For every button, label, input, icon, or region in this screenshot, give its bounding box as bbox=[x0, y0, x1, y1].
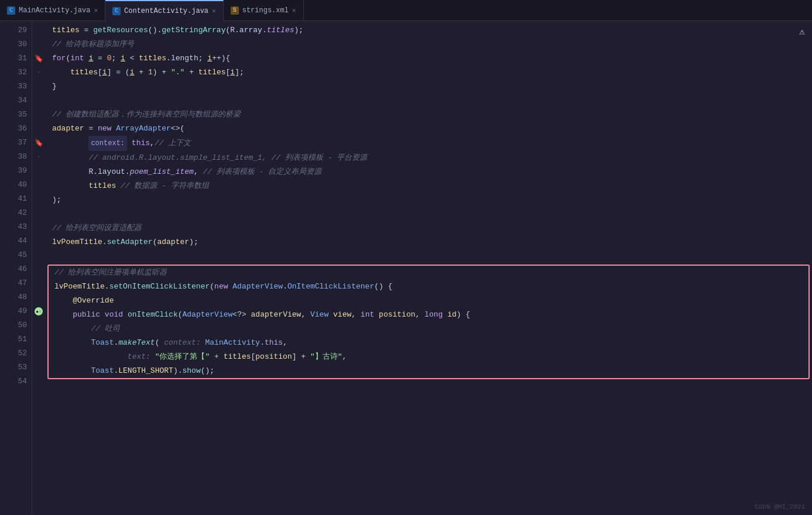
tab-strings-close[interactable]: ✕ bbox=[292, 6, 296, 14]
java-icon: C bbox=[7, 6, 15, 15]
tab-content-close[interactable]: ✕ bbox=[212, 7, 216, 15]
bookmark-icon-38: ⬝ bbox=[35, 153, 43, 161]
code-line-34 bbox=[45, 94, 812, 108]
gutter-51 bbox=[32, 332, 45, 346]
gutter-54 bbox=[32, 375, 45, 389]
code-line-32: titles[i] = (i + 1) + "." + titles[i]; bbox=[45, 66, 812, 80]
gutter-52 bbox=[32, 346, 45, 360]
gutter-30 bbox=[32, 37, 45, 52]
tab-main[interactable]: C MainActivity.java ✕ bbox=[0, 0, 105, 21]
code-line-30: // 给诗歌标题添加序号 bbox=[45, 37, 812, 52]
code-line-42 bbox=[45, 207, 812, 221]
gutter-49: ●↑ bbox=[32, 304, 45, 318]
gutter-42 bbox=[32, 206, 45, 220]
gutter-38: ⬝ bbox=[32, 150, 45, 164]
bookmark-icon-37: 🔖 bbox=[35, 139, 43, 147]
gutter-35 bbox=[32, 108, 45, 122]
code-line-43: // 给列表空间设置适配器 bbox=[45, 221, 812, 235]
gutter: 🔖 ⬝ 🔖 ⬝ ●↑ bbox=[32, 21, 45, 515]
tab-bar: C MainActivity.java ✕ C ContentActivity.… bbox=[0, 0, 812, 21]
gutter-36 bbox=[32, 122, 45, 136]
highlight-region: // 给列表空间注册项单机监听器 lvPoemTitle.setOnItemCl… bbox=[47, 265, 810, 379]
code-line-54 bbox=[45, 380, 812, 394]
xml-icon: S bbox=[231, 6, 239, 15]
code-line-39: R.layout.poem_list_item, // 列表项模板 - 自定义布… bbox=[45, 165, 812, 179]
code-line-38: // android.R.layout.simple_list_item_1, … bbox=[45, 151, 812, 165]
code-line-41: ); bbox=[45, 193, 812, 207]
java-icon-2: C bbox=[112, 7, 121, 15]
code-line-40: titles // 数据源 - 字符串数组 bbox=[45, 179, 812, 193]
code-line-53: Toast.LENGTH_SHORT).show(); bbox=[49, 364, 808, 378]
code-line-52: text: "你选择了第【" + titles[position] + "】古诗… bbox=[49, 350, 808, 364]
gutter-34 bbox=[32, 94, 45, 108]
gutter-46 bbox=[32, 262, 45, 276]
code-line-29: titles = getResources().getStringArray(R… bbox=[45, 23, 812, 37]
code-line-51: Toast.makeText( context: MainActivity.th… bbox=[49, 336, 808, 350]
gutter-40 bbox=[32, 178, 45, 192]
gutter-45 bbox=[32, 248, 45, 262]
warning-icon: ⚠️ bbox=[799, 26, 805, 37]
tab-strings-label: strings.xml bbox=[242, 6, 289, 15]
code-line-45 bbox=[45, 249, 812, 263]
watermark: CSDN @MI_2021 bbox=[755, 503, 805, 510]
gutter-50 bbox=[32, 318, 45, 332]
gutter-41 bbox=[32, 192, 45, 206]
code-line-37: context: this,// 上下文 bbox=[45, 136, 812, 151]
gutter-44 bbox=[32, 234, 45, 248]
code-line-36: adapter = new ArrayAdapter<>( bbox=[45, 122, 812, 136]
code-line-50: // 吐司 bbox=[49, 322, 808, 336]
line-numbers: 2930313233 3435363738 3940414243 4445464… bbox=[0, 21, 32, 515]
code-line-48: @Override bbox=[49, 294, 808, 308]
bookmark-icon-32: ⬝ bbox=[35, 68, 43, 77]
gutter-48 bbox=[32, 290, 45, 304]
gutter-37: 🔖 bbox=[32, 136, 45, 150]
tab-content-label: ContentActivity.java bbox=[124, 7, 208, 15]
gutter-43 bbox=[32, 220, 45, 234]
gutter-53 bbox=[32, 360, 45, 375]
code-line-31: for(int i = 0; i < titles.length; i++){ bbox=[45, 52, 812, 66]
code-line-46: // 给列表空间注册项单机监听器 bbox=[49, 266, 808, 280]
tab-strings[interactable]: S strings.xml ✕ bbox=[224, 0, 304, 21]
code-line-47: lvPoemTitle.setOnItemClickListener(new A… bbox=[49, 280, 808, 294]
code-line-49: public void onItemClick(AdapterView<?> a… bbox=[49, 308, 808, 322]
editor-root: C MainActivity.java ✕ C ContentActivity.… bbox=[0, 0, 812, 515]
gutter-33 bbox=[32, 80, 45, 94]
code-line-44: lvPoemTitle.setAdapter(adapter); bbox=[45, 235, 812, 249]
gutter-31: 🔖 bbox=[32, 52, 45, 66]
gutter-39 bbox=[32, 164, 45, 178]
tab-content[interactable]: C ContentActivity.java ✕ bbox=[105, 0, 224, 21]
breakpoint-icon-49: ●↑ bbox=[35, 307, 43, 315]
bookmark-icon-31: 🔖 bbox=[35, 54, 43, 63]
code-line-33: } bbox=[45, 80, 812, 94]
code-content[interactable]: ⚠️ titles = getResources().getStringArra… bbox=[45, 21, 812, 515]
tab-main-label: MainActivity.java bbox=[19, 6, 90, 15]
gutter-32: ⬝ bbox=[32, 66, 45, 80]
editor-area: 2930313233 3435363738 3940414243 4445464… bbox=[0, 21, 812, 515]
gutter-29 bbox=[32, 23, 45, 37]
tab-main-close[interactable]: ✕ bbox=[94, 6, 98, 14]
gutter-47 bbox=[32, 276, 45, 290]
code-line-35: // 创建数组适配器，作为连接列表空间与数组源的桥梁 bbox=[45, 108, 812, 122]
